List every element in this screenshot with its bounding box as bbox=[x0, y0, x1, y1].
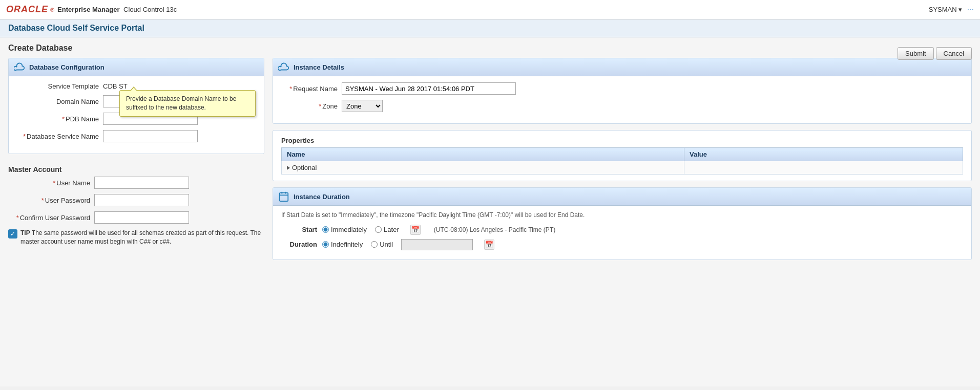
optional-expand-button[interactable]: Optional bbox=[287, 164, 679, 171]
user-password-row: *User Password bbox=[8, 194, 264, 206]
app-header: ORACLE ® Enterprise Manager Cloud Contro… bbox=[0, 0, 980, 19]
db-cloud-icon bbox=[14, 61, 25, 73]
indefinitely-radio[interactable] bbox=[322, 241, 329, 248]
portal-title: Database Cloud Self Service Portal bbox=[8, 24, 144, 32]
domain-tooltip: Provide a Database Domain Name to be suf… bbox=[119, 90, 256, 117]
confirm-password-row: *Confirm User Password bbox=[8, 211, 264, 224]
zone-required-star: * bbox=[319, 102, 321, 110]
instance-details-body: *Request Name *Zone Zone bbox=[273, 76, 971, 123]
em-product-label: Enterprise Manager Cloud Control 13c bbox=[57, 6, 177, 13]
optional-name-cell: Optional bbox=[282, 161, 684, 175]
col-name-header: Name bbox=[282, 148, 684, 161]
expand-arrow-icon bbox=[287, 166, 290, 170]
db-service-name-row: *Database Service Name Service bbox=[17, 130, 256, 142]
db-config-header: Database Configuration bbox=[9, 58, 264, 76]
until-radio[interactable] bbox=[371, 241, 378, 248]
properties-section: Properties Name Value bbox=[273, 130, 972, 181]
timezone-text: (UTC-08:00) Los Angeles - Pacific Time (… bbox=[434, 226, 555, 233]
later-label: Later bbox=[384, 226, 399, 233]
instance-details-section: Instance Details *Request Name bbox=[273, 58, 972, 124]
start-later-radio[interactable] bbox=[375, 226, 382, 233]
table-header-row: Name Value bbox=[282, 148, 963, 161]
confirm-password-label: *Confirm User Password bbox=[8, 214, 90, 222]
start-later-option[interactable]: Later bbox=[375, 226, 399, 233]
indefinitely-option[interactable]: Indefinitely bbox=[322, 241, 363, 248]
duration-label: Duration bbox=[281, 241, 317, 248]
confirm-password-input[interactable] bbox=[94, 211, 189, 224]
domain-name-label: Domain Name bbox=[17, 98, 99, 105]
tip-box: TIP The same password will be used for a… bbox=[8, 229, 264, 246]
until-label: Until bbox=[380, 241, 393, 248]
submit-button[interactable]: Submit bbox=[898, 47, 933, 60]
right-panel: Instance Details *Request Name bbox=[273, 58, 972, 260]
cancel-button[interactable]: Cancel bbox=[936, 47, 972, 60]
user-name-required-star: * bbox=[53, 179, 55, 187]
tip-label: TIP bbox=[20, 229, 30, 236]
start-label: Start bbox=[281, 226, 317, 233]
start-calendar-icon[interactable]: 📅 bbox=[410, 225, 421, 235]
pdb-required-star: * bbox=[62, 115, 65, 123]
duration-row: Duration Indefinitely Until bbox=[281, 239, 963, 250]
left-panel: Database Configuration Service Template … bbox=[8, 58, 264, 246]
start-row: Start Immediately Later 📅 bbox=[281, 225, 963, 235]
master-account-section: Master Account *User Name *User bbox=[8, 160, 264, 246]
properties-title: Properties bbox=[281, 137, 963, 144]
user-name-input[interactable] bbox=[94, 177, 189, 189]
until-option[interactable]: Until bbox=[371, 241, 393, 248]
optional-value-cell bbox=[684, 161, 963, 175]
zone-select[interactable]: Zone bbox=[342, 100, 383, 112]
until-date-input[interactable] bbox=[401, 239, 473, 250]
page-title: Create Database bbox=[8, 44, 972, 53]
request-name-label: *Request Name bbox=[281, 85, 338, 93]
tooltip-text: Provide a Database Domain Name to be suf… bbox=[126, 95, 236, 111]
properties-body: Properties Name Value bbox=[273, 131, 971, 181]
main-layout: Database Configuration Service Template … bbox=[8, 58, 972, 260]
user-menu[interactable]: SYSMAN ▾ bbox=[929, 6, 962, 13]
pdb-name-label: *PDB Name bbox=[17, 115, 99, 123]
instance-details-title: Instance Details bbox=[294, 63, 344, 71]
domain-name-row: Domain Name Provide a Database Domain Na… bbox=[17, 95, 256, 107]
svg-rect-0 bbox=[280, 193, 288, 202]
header-right-area: SYSMAN ▾ ··· bbox=[929, 5, 974, 14]
user-dropdown-arrow[interactable]: ▾ bbox=[958, 6, 962, 13]
oracle-brand-text: ORACLE bbox=[6, 4, 48, 15]
duration-header: Instance Duration bbox=[273, 188, 971, 206]
user-password-label: *User Password bbox=[8, 197, 90, 204]
request-required-star: * bbox=[289, 85, 292, 93]
request-name-input[interactable] bbox=[342, 82, 516, 95]
tip-content: TIP The same password will be used for a… bbox=[20, 229, 264, 246]
zone-row: *Zone Zone bbox=[281, 100, 963, 112]
oracle-logo: ORACLE ® bbox=[6, 4, 54, 15]
db-service-required-star: * bbox=[23, 133, 26, 140]
duration-radio-group: Indefinitely Until 📅 bbox=[322, 239, 494, 250]
start-radio-group: Immediately Later 📅 (UTC-08:00) Los Ange… bbox=[322, 225, 555, 235]
db-service-name-label: *Database Service Name bbox=[17, 133, 99, 140]
action-buttons: Submit Cancel bbox=[898, 47, 972, 60]
more-options-icon[interactable]: ··· bbox=[967, 5, 974, 14]
db-config-title: Database Configuration bbox=[29, 63, 105, 71]
service-template-label: Service Template bbox=[17, 82, 99, 90]
zone-label: *Zone bbox=[281, 102, 338, 110]
db-config-section: Database Configuration Service Template … bbox=[8, 58, 264, 154]
user-name-row: *User Name bbox=[8, 177, 264, 189]
instance-cloud-icon bbox=[278, 61, 289, 73]
col-value-header: Value bbox=[684, 148, 963, 161]
immediately-label: Immediately bbox=[331, 226, 367, 233]
duration-note: If Start Date is set to "Immediately", t… bbox=[281, 211, 963, 220]
duration-title: Instance Duration bbox=[294, 193, 350, 201]
until-calendar-icon[interactable]: 📅 bbox=[484, 240, 494, 250]
instance-duration-section: Instance Duration If Start Date is set t… bbox=[273, 187, 972, 260]
optional-label: Optional bbox=[292, 164, 317, 171]
properties-table: Name Value Opti bbox=[281, 147, 963, 175]
user-password-input[interactable] bbox=[94, 194, 189, 206]
start-immediately-option[interactable]: Immediately bbox=[322, 226, 367, 233]
request-name-row: *Request Name bbox=[281, 82, 963, 95]
start-immediately-radio[interactable] bbox=[322, 226, 329, 233]
tip-check-icon bbox=[8, 229, 17, 239]
portal-header: Database Cloud Self Service Portal bbox=[0, 19, 980, 37]
db-service-name-input[interactable]: Service bbox=[103, 130, 198, 142]
master-account-title: Master Account bbox=[8, 160, 264, 177]
duration-calendar-icon bbox=[278, 191, 289, 202]
service-template-value: CDB ST bbox=[103, 82, 128, 90]
password-required-star: * bbox=[41, 197, 44, 204]
